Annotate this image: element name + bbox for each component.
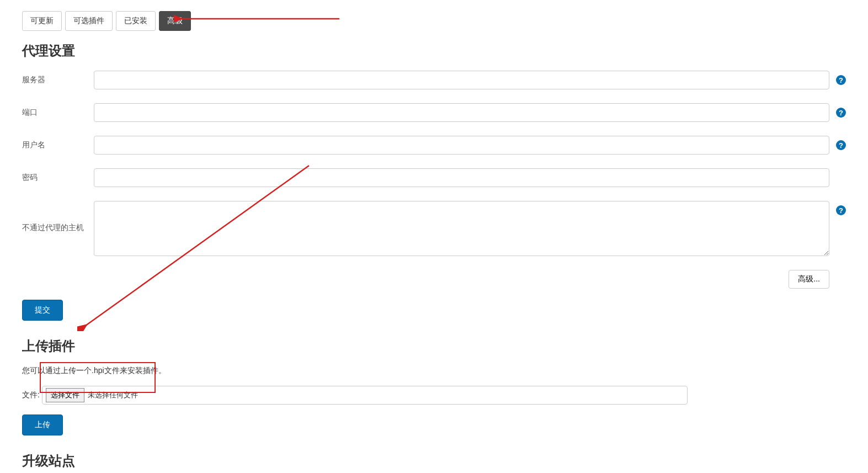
noproxy-textarea[interactable] <box>94 201 829 256</box>
server-row: 服务器 ? <box>22 71 846 89</box>
help-icon[interactable]: ? <box>836 108 846 118</box>
choose-file-button[interactable]: 选择文件 <box>46 388 84 402</box>
upgrade-site-title: 升级站点 <box>22 452 846 470</box>
upload-button[interactable]: 上传 <box>22 414 63 435</box>
tab-updatable[interactable]: 可更新 <box>22 11 62 31</box>
help-icon[interactable]: ? <box>836 140 846 150</box>
password-row: 密码 <box>22 168 846 187</box>
advanced-button-row: 高级... <box>22 270 829 289</box>
proxy-settings-title: 代理设置 <box>22 42 846 60</box>
password-label: 密码 <box>22 173 94 183</box>
port-input[interactable] <box>94 103 829 122</box>
help-icon[interactable]: ? <box>836 75 846 85</box>
noproxy-label: 不通过代理的主机 <box>22 201 94 233</box>
noproxy-row: 不通过代理的主机 ? <box>22 201 846 256</box>
port-label: 端口 <box>22 108 94 118</box>
server-input[interactable] <box>94 71 829 89</box>
username-input[interactable] <box>94 136 829 155</box>
username-row: 用户名 ? <box>22 136 846 155</box>
file-status-text: 未选择任何文件 <box>88 390 138 400</box>
tab-installed[interactable]: 已安装 <box>116 11 156 31</box>
advanced-button[interactable]: 高级... <box>789 270 829 289</box>
upload-plugin-title: 上传插件 <box>22 337 846 355</box>
help-icon[interactable]: ? <box>836 205 846 215</box>
upload-description: 您可以通过上传一个.hpi文件来安装插件。 <box>22 366 846 376</box>
tabs-container: 可更新 可选插件 已安装 高级 <box>22 11 846 31</box>
username-label: 用户名 <box>22 140 94 150</box>
file-row: 文件: 选择文件 未选择任何文件 <box>22 386 846 405</box>
server-label: 服务器 <box>22 75 94 85</box>
submit-button[interactable]: 提交 <box>22 300 63 321</box>
file-input-wrapper: 选择文件 未选择任何文件 <box>42 386 688 405</box>
file-label: 文件: <box>22 390 40 400</box>
password-input[interactable] <box>94 168 829 187</box>
tab-available[interactable]: 可选插件 <box>65 11 113 31</box>
port-row: 端口 ? <box>22 103 846 122</box>
tab-advanced[interactable]: 高级 <box>159 11 191 31</box>
